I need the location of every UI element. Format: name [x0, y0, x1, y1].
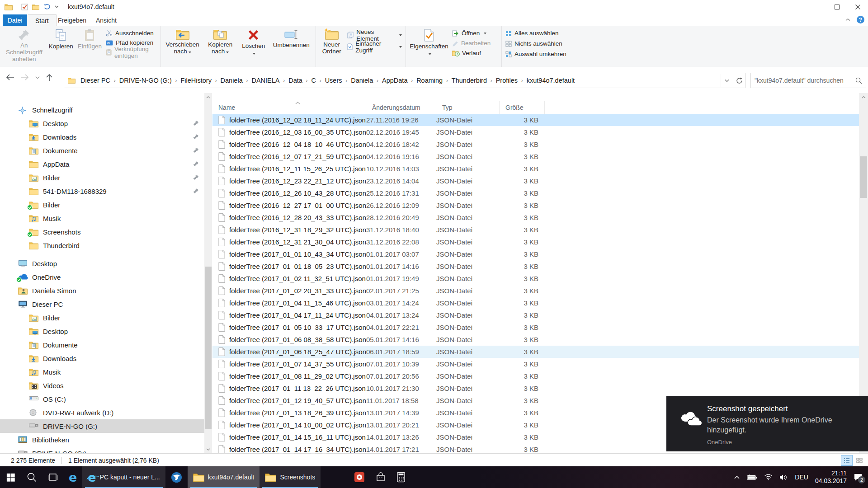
- cut-button[interactable]: Ausschneiden: [106, 29, 157, 37]
- sidebar-item-os-c-[interactable]: OS (C:): [0, 392, 204, 406]
- tab-file[interactable]: Datei: [3, 14, 27, 26]
- sidebar-item-musik[interactable]: Musik: [0, 365, 204, 379]
- tab-view[interactable]: Ansicht: [89, 14, 124, 26]
- breadcrumb-segment[interactable]: Daniela: [219, 77, 245, 84]
- sidebar-item-dvd-rw-laufwerk-d-[interactable]: DVD-RW-Laufwerk (D:): [0, 406, 204, 419]
- new-folder-button[interactable]: Neuer Ordner: [318, 27, 345, 59]
- breadcrumb-segment[interactable]: C: [309, 77, 317, 84]
- breadcrumb-segment[interactable]: FileHistory: [179, 77, 213, 84]
- history-button[interactable]: Verlauf: [452, 49, 491, 57]
- breadcrumb-separator-icon[interactable]: ›: [444, 78, 450, 83]
- breadcrumb-segment[interactable]: AppData: [380, 77, 409, 84]
- breadcrumb-segment[interactable]: Profiles: [494, 77, 519, 84]
- scroll-up-icon[interactable]: [204, 93, 212, 101]
- sidebar-item-dokumente[interactable]: Dokumente: [0, 144, 204, 157]
- breadcrumb-segment[interactable]: kxut94o7.default: [525, 77, 576, 84]
- sidebar-item-desktop[interactable]: Desktop: [0, 257, 204, 270]
- file-row[interactable]: folderTree (2017_01_02 11_32_51 UTC).jso…: [212, 272, 859, 285]
- breadcrumb-separator-icon[interactable]: ›: [519, 78, 525, 83]
- breadcrumb-separator-icon[interactable]: ›: [281, 78, 287, 83]
- file-row[interactable]: folderTree (2016_12_04 18_10_46 UTC).jso…: [212, 138, 859, 150]
- sidebar-item-daniela-simon[interactable]: Daniela Simon: [0, 284, 204, 297]
- task-view-button[interactable]: [42, 466, 63, 488]
- file-row[interactable]: folderTree (2017_01_06 08_38_58 UTC).jso…: [212, 333, 859, 346]
- sidebar-item-dieser-pc[interactable]: Dieser PC: [0, 297, 204, 311]
- tray-chevron-up-icon[interactable]: [734, 475, 740, 479]
- file-row[interactable]: folderTree (2016_12_02 18_11_24 UTC).jso…: [212, 114, 859, 126]
- taskbar-search-button[interactable]: [21, 466, 42, 488]
- sidebar-scrollbar[interactable]: [204, 93, 212, 453]
- red-app-icon[interactable]: [349, 466, 370, 488]
- sidebar-item-videos[interactable]: Videos: [0, 379, 204, 392]
- open-button[interactable]: Öffnen: [452, 29, 491, 37]
- breadcrumb-separator-icon[interactable]: ›: [304, 78, 310, 83]
- calculator-icon[interactable]: [391, 466, 411, 488]
- onedrive-toast-notification[interactable]: Screenshot gespeichert Der Screenshot wu…: [666, 396, 868, 451]
- file-row[interactable]: folderTree (2017_01_01 10_43_34 UTC).jso…: [212, 248, 859, 260]
- maximize-button[interactable]: [826, 0, 847, 14]
- column-header-type[interactable]: Typ: [436, 101, 500, 114]
- thumbnail-view-button[interactable]: [854, 455, 865, 466]
- sidebar-item-downloads[interactable]: Downloads: [0, 352, 204, 365]
- sidebar-item-downloads[interactable]: Downloads: [0, 130, 204, 144]
- search-icon[interactable]: [855, 77, 862, 84]
- delete-button[interactable]: Löschen: [238, 27, 269, 59]
- sidebar-scroll-thumb[interactable]: [205, 267, 212, 429]
- breadcrumb-segment[interactable]: Daniela: [349, 77, 375, 84]
- paste-button[interactable]: Einfügen: [75, 27, 104, 59]
- breadcrumb-segment[interactable]: Users: [323, 77, 344, 84]
- file-row[interactable]: folderTree (2016_12_31 18_29_32 UTC).jso…: [212, 224, 859, 236]
- sidebar-item-thunderbird[interactable]: Thunderbird: [0, 239, 204, 252]
- edge-icon[interactable]: e: [63, 466, 82, 488]
- wifi-icon[interactable]: [764, 474, 773, 480]
- breadcrumb-separator-icon[interactable]: ›: [344, 78, 349, 83]
- breadcrumb-segment[interactable]: Data: [287, 77, 304, 84]
- column-header-date[interactable]: Änderungsdatum: [366, 101, 436, 114]
- minimize-ribbon-chevron-icon[interactable]: [845, 18, 850, 21]
- search-input[interactable]: "kxut94o7.default" durchsuchen: [750, 73, 866, 88]
- address-history-chevron-icon[interactable]: [721, 74, 733, 87]
- volume-icon[interactable]: [779, 474, 788, 481]
- edit-button[interactable]: Bearbeiten: [452, 39, 491, 47]
- column-header-name[interactable]: Name: [212, 101, 366, 114]
- sidebar-item-onedrive[interactable]: OneDrive: [0, 270, 204, 284]
- start-button[interactable]: [0, 466, 21, 488]
- help-icon[interactable]: ?: [857, 16, 864, 23]
- sidebar-item-drive-n-go-g-[interactable]: DRIVE-N-GO (G:): [0, 419, 204, 433]
- breadcrumb-segment[interactable]: Roaming: [415, 77, 444, 84]
- pin-to-quick-access-button[interactable]: An Schnellzugriff anheften: [2, 27, 47, 59]
- invert-selection-button[interactable]: Auswahl umkehren: [505, 50, 566, 58]
- keyboard-language[interactable]: DEU: [795, 474, 808, 481]
- breadcrumb-separator-icon[interactable]: ›: [112, 78, 118, 83]
- recent-locations-chevron-icon[interactable]: [35, 76, 40, 79]
- file-row[interactable]: folderTree (2017_01_08 11_29_02 UTC).jso…: [212, 370, 859, 382]
- refresh-icon[interactable]: [733, 74, 745, 87]
- select-all-button[interactable]: Alles auswählen: [505, 29, 566, 37]
- file-row[interactable]: folderTree (2016_12_07 17_21_59 UTC).jso…: [212, 150, 859, 163]
- new-folder-shortcut-icon[interactable]: [32, 4, 39, 10]
- scroll-up-icon[interactable]: [859, 93, 868, 101]
- store-icon[interactable]: [370, 466, 391, 488]
- scroll-down-icon[interactable]: [204, 446, 212, 453]
- file-row[interactable]: folderTree (2016_12_31 21_30_04 UTC).jso…: [212, 236, 859, 248]
- file-row[interactable]: folderTree (2016_12_11 15_26_25 UTC).jso…: [212, 163, 859, 175]
- breadcrumb-segment[interactable]: DRIVE-N-GO (G:): [118, 77, 174, 84]
- copy-button[interactable]: Kopieren: [47, 27, 75, 59]
- taskbar-clock[interactable]: 21:11 04.03.2017: [815, 469, 847, 485]
- sidebar-item-schnellzugriff[interactable]: Schnellzugriff: [0, 103, 204, 117]
- file-row[interactable]: folderTree (2017_01_06 18_25_47 UTC).jso…: [212, 346, 859, 358]
- tab-share[interactable]: Freigeben: [51, 14, 94, 26]
- breadcrumb-separator-icon[interactable]: ›: [318, 78, 323, 83]
- file-row[interactable]: folderTree (2016_12_28 20_43_33 UTC).jso…: [212, 211, 859, 224]
- breadcrumb-segment[interactable]: DANIELA: [250, 77, 281, 84]
- rename-button[interactable]: Umbenennen: [269, 27, 314, 59]
- file-row[interactable]: folderTree (2017_01_01 18_05_23 UTC).jso…: [212, 260, 859, 272]
- file-row[interactable]: folderTree (2017_01_11 13_22_26 UTC).jso…: [212, 382, 859, 394]
- properties-shortcut-icon[interactable]: [21, 4, 28, 10]
- file-row[interactable]: folderTree (2017_01_05 10_33_17 UTC).jso…: [212, 321, 859, 333]
- sidebar-item-desktop[interactable]: Desktop: [0, 117, 204, 130]
- sidebar-item-bilder[interactable]: Bilder: [0, 311, 204, 324]
- new-item-button[interactable]: Neues Element: [347, 31, 402, 39]
- sidebar-item-musik[interactable]: Musik: [0, 211, 204, 225]
- explorer-window-button[interactable]: kxut94o7.default: [188, 466, 260, 488]
